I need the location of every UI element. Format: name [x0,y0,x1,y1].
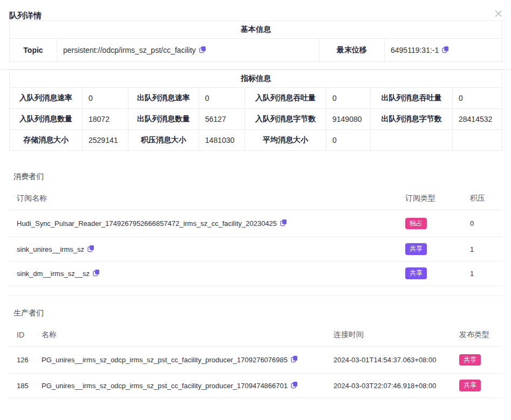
metric-label: 出队列消息数量 [128,109,199,130]
copy-icon[interactable] [442,46,449,53]
metric-label: 积压消息大小 [128,130,199,151]
column-header-subscription-type: 订阅类型 [398,194,462,210]
metric-value: 18072 [83,109,128,130]
producer-name: PG_unires__irms_sz_odcp_irms_sz_pst_cc_f… [42,382,288,390]
basic-info-section-title: 基本信息 [10,21,502,39]
producer-name-cell: PG_unires__irms_sz_odcp_irms_sz_pst_cc_f… [34,347,326,374]
backlog-value: 0 [462,210,502,237]
metrics-row: 入队列消息速率 0 出队列消息速率 0 入队列消息吞吐量 0 出队列消息吞吐量 … [10,88,502,109]
close-icon[interactable]: × [494,8,503,19]
metric-label: 入队列消息数量 [10,109,83,130]
producer-id: 185 [9,374,34,398]
column-header-name: 名称 [34,330,326,347]
producers-section: 生产者们 ID 名称 连接时间 发布类型 126 PG_unires__irms… [0,308,511,408]
consumers-table-footer [9,286,502,296]
connect-time: 2024-03-03T22:07:46.918+08:00 [326,374,452,398]
subscription-name-cell: Hudi_Sync_Pulsar_Reader_1749267952666857… [9,210,398,237]
metrics-section-title: 指标信息 [10,70,502,88]
metric-value: 0 [453,88,502,109]
metric-value: 1481030 [199,130,245,151]
metric-label: 平均消息大小 [245,130,326,151]
subscription-type-badge: 共享 [405,243,427,255]
metric-label: 出队列消息字节数 [371,109,453,130]
column-header-publish-type: 发布类型 [452,330,502,347]
table-row: 126 PG_unires__irms_sz_odcp_irms_sz_pst_… [9,347,502,374]
copy-icon[interactable] [87,245,94,252]
metric-label: 出队列消息速率 [128,88,199,109]
metric-label: 入队列消息速率 [10,88,83,109]
metric-value: 2529141 [83,130,128,151]
metric-label: 入队列消息字节数 [245,109,326,130]
metric-label: 存储消息大小 [10,130,83,151]
metrics-row: 入队列消息数量 18072 出队列消息数量 56127 入队列消息字节数 914… [10,109,502,130]
column-header-id: ID [9,330,34,347]
metric-value: 9149080 [326,109,371,130]
subscription-name-cell: sink_dm__irms_sz__sz [9,261,398,286]
last-offset-label: 最末位移 [319,39,385,62]
copy-icon[interactable] [280,219,287,226]
connect-time: 2024-03-01T14:54:37.063+08:00 [326,347,452,374]
producer-name-cell: PG_unires__irms_sz_odcp_irms_sz_pst_cc_f… [34,374,326,398]
producers-section-title: 生产者们 [13,308,511,318]
dialog-header: 队列详情 × [0,0,511,20]
empty-cell [371,130,453,151]
table-row: sink_unires__irms_sz 共享 1 [9,237,502,261]
producer-id: 126 [9,347,34,374]
table-row: sink_dm__irms_sz__sz 共享 1 [9,261,502,286]
metric-value: 56127 [199,109,245,130]
subscription-type-badge: 独占 [405,218,427,230]
producers-table: ID 名称 连接时间 发布类型 126 PG_unires__irms_sz_o… [9,330,502,398]
empty-cell [453,130,502,151]
subscription-name: sink_unires__irms_sz [17,245,84,253]
backlog-value: 1 [462,237,502,261]
topic-label: Topic [10,39,57,62]
metrics-table: 指标信息 入队列消息速率 0 出队列消息速率 0 入队列消息吞吐量 0 出队列消… [9,70,502,151]
last-offset-value-cell: 6495119:31:-1 [385,39,502,62]
metric-value: 28414532 [453,109,502,130]
producer-name: PG_unires__irms_sz_odcp_irms_sz_pst_cc_f… [42,356,288,364]
copy-icon[interactable] [93,269,100,277]
last-offset-value: 6495119:31:-1 [391,46,439,55]
column-header-backlog: 积压 [462,194,502,210]
metric-label: 出队列消息吞吐量 [371,88,453,109]
subscription-type-badge: 共享 [405,267,427,279]
metric-label: 入队列消息吞吐量 [245,88,326,109]
table-row: 185 PG_unires__irms_sz_odcp_irms_sz_pst_… [9,374,502,398]
table-row: Hudi_Sync_Pulsar_Reader_1749267952666857… [9,210,502,237]
consumers-section-title: 消费者们 [13,172,511,182]
publish-type-badge: 共享 [459,380,481,391]
basic-info-table: 基本信息 Topic persistent://odcp/irms_sz_pst… [9,20,502,62]
copy-icon[interactable] [199,46,206,53]
consumers-table: 订阅名称 订阅类型 积压 Hudi_Sync_Pulsar_Reader_174… [9,194,502,286]
column-header-connect-time: 连接时间 [326,330,452,347]
topic-value: persistent://odcp/irms_sz_pst/cc_facilit… [63,46,196,55]
publish-type-badge: 共享 [459,354,481,366]
topic-value-cell: persistent://odcp/irms_sz_pst/cc_facilit… [57,39,319,62]
page-title: 队列详情 [9,11,42,20]
copy-icon[interactable] [291,355,298,363]
subscription-name: Hudi_Sync_Pulsar_Reader_1749267952666857… [17,220,277,228]
column-header-subscription-name: 订阅名称 [9,194,398,210]
metric-value: 0 [326,130,371,151]
copy-icon[interactable] [291,381,298,389]
subscription-name-cell: sink_unires__irms_sz [9,237,398,261]
metric-value: 0 [199,88,245,109]
metric-value: 0 [326,88,371,109]
consumers-section: 消费者们 订阅名称 订阅类型 积压 Hudi_Sync_Pulsar_Reade… [0,172,511,296]
metric-value: 0 [83,88,128,109]
metrics-row: 存储消息大小 2529141 积压消息大小 1481030 平均消息大小 0 [10,130,502,151]
producers-table-footer [9,398,502,408]
backlog-value: 1 [462,261,502,286]
subscription-name: sink_dm__irms_sz__sz [17,270,90,278]
